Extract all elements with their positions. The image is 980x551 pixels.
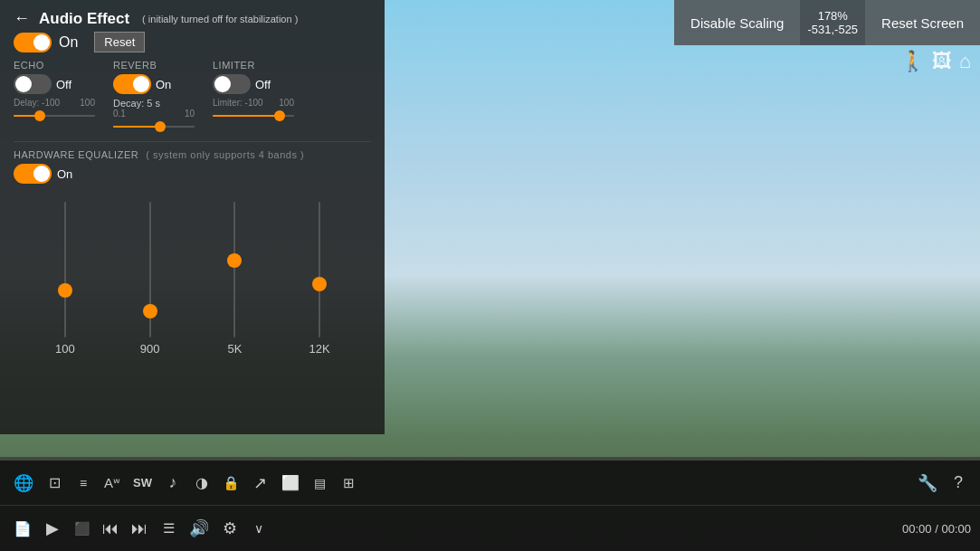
echo-track <box>14 115 95 117</box>
eq-band-900: 900 <box>149 193 151 356</box>
image-icon[interactable]: 🖼 <box>932 50 952 73</box>
limiter-range-max: 100 <box>279 98 294 108</box>
settings-icon[interactable]: ⚙ <box>217 517 243 540</box>
limiter-toggle[interactable] <box>213 74 251 94</box>
limiter-range-labels: Limiter: -100 100 <box>213 98 294 108</box>
monitor-icon[interactable]: ⊡ <box>42 472 67 493</box>
person-icon[interactable]: 🚶 <box>900 50 925 73</box>
prev-icon[interactable]: ⏮ <box>98 518 123 540</box>
eq-band-5k-track[interactable] <box>233 202 235 337</box>
limiter-state: Off <box>255 78 271 91</box>
reverb-range-row: Decay: 5 s 0.1 10 <box>113 98 195 134</box>
toolbar-bottom-row: 📄 ▶ ⬛ ⏮ ⏭ ☰ 🔊 ⚙ ∨ 00:00 / 00:00 <box>0 506 980 551</box>
echo-block: ECHO Off Delay: -100 100 <box>14 60 95 134</box>
eq-band-5k-thumb[interactable] <box>227 253 242 268</box>
limiter-block: LIMITER Off Limiter: -100 100 <box>213 60 294 134</box>
help-icon[interactable]: ? <box>946 471 971 494</box>
eq-band-100-track[interactable] <box>64 202 66 337</box>
reset-screen-button[interactable]: Reset Screen <box>865 0 980 45</box>
reset-button[interactable]: Reset <box>94 32 145 52</box>
stop-icon[interactable]: ⬛ <box>69 519 94 537</box>
eq-band-900-track[interactable] <box>149 202 151 337</box>
reverb-label: REVERB <box>113 60 195 71</box>
echo-control: Off <box>14 74 95 94</box>
toggle-thumb <box>33 34 50 51</box>
limiter-toggle-thumb <box>214 76 231 92</box>
echo-slider[interactable] <box>14 109 95 123</box>
reverb-toggle[interactable] <box>113 74 151 94</box>
eq-band-900-label: 900 <box>140 342 160 356</box>
play-icon[interactable]: ▶ <box>40 517 65 540</box>
progress-bar[interactable] <box>0 457 980 461</box>
eq-band-12k-thumb[interactable] <box>312 277 327 291</box>
layout-icon[interactable]: ⊞ <box>337 473 362 493</box>
subtitle-icon[interactable]: ▤ <box>308 474 333 492</box>
echo-toggle[interactable] <box>14 74 52 94</box>
eq-toggle-thumb <box>33 166 50 182</box>
eq-onoff-row: On <box>14 164 371 184</box>
audio-effect-panel: ← Audio Effect ( initially turned off fo… <box>0 0 385 434</box>
time-total: 00:00 <box>941 522 971 536</box>
effects-row: ECHO Off Delay: -100 100 <box>14 60 371 134</box>
reverb-track <box>113 126 195 128</box>
echo-thumb[interactable] <box>34 110 45 121</box>
expand-icon[interactable]: ↗ <box>248 471 273 495</box>
caption-icon[interactable]: ≡ <box>71 474 96 492</box>
time-display: 00:00 / 00:00 <box>902 522 971 536</box>
audio-effect-state: On <box>59 34 78 51</box>
reverb-toggle-thumb <box>133 76 149 92</box>
limiter-slider[interactable] <box>213 109 294 123</box>
globe-icon[interactable]: 🌐 <box>9 471 38 495</box>
zoom-info: 178% -531,-525 <box>800 0 865 45</box>
text-style-icon[interactable]: Aʷ <box>100 473 125 493</box>
back-button[interactable]: ← <box>14 9 30 28</box>
bottom-toolbar: 🌐 ⊡ ≡ Aʷ SW ♪ ◑ 🔒 ↗ ⬜ ▤ ⊞ 🔧 ? 📄 ▶ ⬛ ⏮ ⏭ … <box>0 461 980 551</box>
reverb-control: On <box>113 74 195 94</box>
camera-icon[interactable]: ⬜ <box>277 472 304 493</box>
echo-state: Off <box>56 78 71 91</box>
reverb-state: On <box>156 78 171 91</box>
echo-range-min: Delay: -100 <box>14 98 60 108</box>
palette-icon[interactable]: ◑ <box>189 472 214 493</box>
list-icon[interactable]: ☰ <box>156 518 181 538</box>
eq-band-12k-track[interactable] <box>319 202 320 337</box>
eq-header: HARDWARE EQUALIZER ( system only support… <box>14 149 371 160</box>
reverb-block: REVERB On Decay: 5 s 0.1 10 <box>113 60 195 134</box>
eq-band-5k-label: 5K <box>227 342 242 356</box>
panel-header: ← Audio Effect ( initially turned off fo… <box>14 9 371 28</box>
divider <box>14 141 371 142</box>
eq-toggle[interactable] <box>14 164 52 184</box>
top-bar: Disable Scaling 178% -531,-525 Reset Scr… <box>674 0 980 45</box>
audio-effect-toggle[interactable] <box>14 33 52 52</box>
wrench-icon[interactable]: 🔧 <box>913 471 942 495</box>
eq-state: On <box>57 167 72 181</box>
toolbar-top-row: 🌐 ⊡ ≡ Aʷ SW ♪ ◑ 🔒 ↗ ⬜ ▤ ⊞ 🔧 ? <box>0 461 980 506</box>
reverb-thumb[interactable] <box>155 121 166 132</box>
eq-band-100-thumb[interactable] <box>58 283 72 298</box>
music-note-icon[interactable]: ♪ <box>160 471 186 494</box>
panel-subtitle: ( initially turned off for stabilization… <box>142 14 298 24</box>
eq-band-12k: 12K <box>319 193 320 356</box>
reverb-range-labels: 0.1 10 <box>113 109 195 119</box>
limiter-control: Off <box>213 74 294 94</box>
eq-band-5k: 5K <box>233 193 235 356</box>
reverb-slider[interactable] <box>113 119 195 134</box>
limiter-label: LIMITER <box>213 60 294 71</box>
reverb-fill <box>113 126 158 128</box>
home-icon[interactable]: ⌂ <box>959 50 971 73</box>
chevron-down-icon[interactable]: ∨ <box>246 519 271 537</box>
limiter-thumb[interactable] <box>274 110 285 121</box>
next-icon[interactable]: ⏭ <box>127 518 152 540</box>
volume-icon[interactable]: 🔊 <box>185 517 214 540</box>
eq-band-900-thumb[interactable] <box>143 304 157 318</box>
lock-icon[interactable]: 🔒 <box>218 473 244 493</box>
file-icon[interactable]: 📄 <box>9 518 36 539</box>
eq-sliders-area: 100 900 5K 12K <box>14 193 371 356</box>
sw-icon[interactable]: SW <box>128 474 157 491</box>
limiter-range-row: Limiter: -100 100 <box>213 98 294 123</box>
zoom-coords: -531,-525 <box>807 23 858 36</box>
reverb-decay: Decay: 5 s <box>113 98 160 109</box>
echo-range-row: Delay: -100 100 <box>14 98 95 123</box>
eq-band-100-label: 100 <box>55 342 75 356</box>
disable-scaling-button[interactable]: Disable Scaling <box>674 0 800 45</box>
